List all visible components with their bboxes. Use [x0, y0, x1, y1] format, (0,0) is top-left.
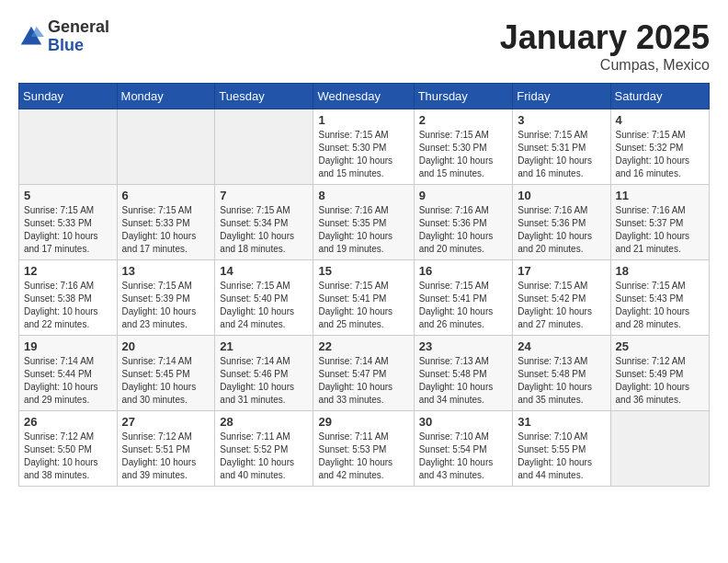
day-number: 17: [518, 264, 605, 278]
day-number: 9: [419, 189, 508, 202]
calendar-cell: [610, 411, 709, 487]
calendar-cell: 6Sunrise: 7:15 AM Sunset: 5:33 PM Daylig…: [117, 185, 215, 260]
day-info: Sunrise: 7:15 AM Sunset: 5:40 PM Dayligh…: [220, 280, 308, 331]
calendar-cell: 22Sunrise: 7:14 AM Sunset: 5:47 PM Dayli…: [313, 336, 414, 411]
day-info: Sunrise: 7:16 AM Sunset: 5:37 PM Dayligh…: [616, 204, 704, 256]
day-number: 1: [318, 113, 408, 127]
calendar-cell: 23Sunrise: 7:13 AM Sunset: 5:48 PM Dayli…: [414, 336, 513, 411]
calendar-cell: 18Sunrise: 7:15 AM Sunset: 5:43 PM Dayli…: [610, 260, 709, 336]
day-info: Sunrise: 7:15 AM Sunset: 5:32 PM Dayligh…: [616, 129, 704, 180]
day-info: Sunrise: 7:15 AM Sunset: 5:31 PM Dayligh…: [518, 129, 605, 180]
calendar-table: SundayMondayTuesdayWednesdayThursdayFrid…: [18, 83, 710, 487]
weekday-header-saturday: Saturday: [610, 84, 709, 109]
calendar-cell: 25Sunrise: 7:12 AM Sunset: 5:49 PM Dayli…: [610, 336, 709, 411]
day-number: 15: [318, 264, 408, 278]
day-number: 13: [122, 264, 210, 278]
calendar-cell: 24Sunrise: 7:13 AM Sunset: 5:48 PM Dayli…: [513, 336, 610, 411]
day-number: 6: [122, 189, 210, 202]
day-info: Sunrise: 7:16 AM Sunset: 5:38 PM Dayligh…: [24, 280, 112, 331]
day-info: Sunrise: 7:11 AM Sunset: 5:52 PM Dayligh…: [220, 431, 308, 482]
page-header: General Blue January 2025 Cumpas, Mexico: [18, 18, 710, 74]
day-number: 29: [318, 415, 408, 429]
day-info: Sunrise: 7:16 AM Sunset: 5:36 PM Dayligh…: [518, 204, 605, 256]
logo: General Blue: [18, 18, 109, 55]
day-number: 4: [616, 113, 704, 127]
calendar-cell: [19, 109, 118, 185]
calendar-cell: 12Sunrise: 7:16 AM Sunset: 5:38 PM Dayli…: [19, 260, 118, 336]
day-info: Sunrise: 7:15 AM Sunset: 5:30 PM Dayligh…: [318, 129, 408, 180]
day-info: Sunrise: 7:13 AM Sunset: 5:48 PM Dayligh…: [518, 355, 605, 407]
day-info: Sunrise: 7:14 AM Sunset: 5:45 PM Dayligh…: [122, 355, 210, 407]
calendar-cell: 1Sunrise: 7:15 AM Sunset: 5:30 PM Daylig…: [313, 109, 414, 185]
calendar-cell: 21Sunrise: 7:14 AM Sunset: 5:46 PM Dayli…: [215, 336, 313, 411]
day-info: Sunrise: 7:15 AM Sunset: 5:41 PM Dayligh…: [419, 280, 508, 331]
day-number: 12: [24, 264, 112, 278]
calendar-cell: 13Sunrise: 7:15 AM Sunset: 5:39 PM Dayli…: [117, 260, 215, 336]
day-info: Sunrise: 7:12 AM Sunset: 5:51 PM Dayligh…: [122, 431, 210, 482]
logo-general-text: General: [48, 17, 109, 36]
logo-icon: [18, 24, 44, 50]
day-number: 7: [220, 189, 308, 202]
day-info: Sunrise: 7:10 AM Sunset: 5:54 PM Dayligh…: [419, 431, 508, 482]
calendar-week-row: 12Sunrise: 7:16 AM Sunset: 5:38 PM Dayli…: [19, 260, 710, 336]
calendar-cell: 8Sunrise: 7:16 AM Sunset: 5:35 PM Daylig…: [313, 185, 414, 260]
calendar-week-row: 26Sunrise: 7:12 AM Sunset: 5:50 PM Dayli…: [19, 411, 710, 487]
calendar-cell: 28Sunrise: 7:11 AM Sunset: 5:52 PM Dayli…: [215, 411, 313, 487]
day-number: 22: [318, 339, 408, 353]
day-info: Sunrise: 7:14 AM Sunset: 5:44 PM Dayligh…: [24, 355, 112, 407]
calendar-cell: 5Sunrise: 7:15 AM Sunset: 5:33 PM Daylig…: [19, 185, 118, 260]
calendar-cell: 17Sunrise: 7:15 AM Sunset: 5:42 PM Dayli…: [513, 260, 610, 336]
calendar-cell: 26Sunrise: 7:12 AM Sunset: 5:50 PM Dayli…: [19, 411, 118, 487]
day-info: Sunrise: 7:15 AM Sunset: 5:41 PM Dayligh…: [318, 280, 408, 331]
day-info: Sunrise: 7:15 AM Sunset: 5:43 PM Dayligh…: [616, 280, 704, 331]
calendar-cell: 19Sunrise: 7:14 AM Sunset: 5:44 PM Dayli…: [19, 336, 118, 411]
day-number: 26: [24, 415, 112, 429]
weekday-header-thursday: Thursday: [414, 84, 513, 109]
day-number: 14: [220, 264, 308, 278]
calendar-cell: 4Sunrise: 7:15 AM Sunset: 5:32 PM Daylig…: [610, 109, 709, 185]
day-number: 3: [518, 113, 605, 127]
weekday-header-friday: Friday: [513, 84, 610, 109]
calendar-cell: 3Sunrise: 7:15 AM Sunset: 5:31 PM Daylig…: [513, 109, 610, 185]
day-number: 2: [419, 113, 508, 127]
calendar-cell: 2Sunrise: 7:15 AM Sunset: 5:30 PM Daylig…: [414, 109, 513, 185]
day-number: 28: [220, 415, 308, 429]
day-number: 16: [419, 264, 508, 278]
day-number: 21: [220, 339, 308, 353]
day-number: 8: [318, 189, 408, 202]
calendar-cell: [215, 109, 313, 185]
calendar-cell: 31Sunrise: 7:10 AM Sunset: 5:55 PM Dayli…: [513, 411, 610, 487]
calendar-cell: 27Sunrise: 7:12 AM Sunset: 5:51 PM Dayli…: [117, 411, 215, 487]
day-info: Sunrise: 7:12 AM Sunset: 5:50 PM Dayligh…: [24, 431, 112, 482]
calendar-title: January 2025: [500, 18, 710, 57]
day-number: 25: [616, 339, 704, 353]
title-block: January 2025 Cumpas, Mexico: [500, 18, 710, 74]
day-number: 19: [24, 339, 112, 353]
calendar-cell: [117, 109, 215, 185]
calendar-cell: 16Sunrise: 7:15 AM Sunset: 5:41 PM Dayli…: [414, 260, 513, 336]
day-info: Sunrise: 7:14 AM Sunset: 5:46 PM Dayligh…: [220, 355, 308, 407]
day-number: 30: [419, 415, 508, 429]
day-number: 20: [122, 339, 210, 353]
day-info: Sunrise: 7:11 AM Sunset: 5:53 PM Dayligh…: [318, 431, 408, 482]
day-info: Sunrise: 7:15 AM Sunset: 5:39 PM Dayligh…: [122, 280, 210, 331]
calendar-cell: 30Sunrise: 7:10 AM Sunset: 5:54 PM Dayli…: [414, 411, 513, 487]
day-info: Sunrise: 7:15 AM Sunset: 5:42 PM Dayligh…: [518, 280, 605, 331]
calendar-cell: 20Sunrise: 7:14 AM Sunset: 5:45 PM Dayli…: [117, 336, 215, 411]
calendar-subtitle: Cumpas, Mexico: [500, 57, 710, 74]
day-info: Sunrise: 7:15 AM Sunset: 5:33 PM Dayligh…: [24, 204, 112, 256]
weekday-header-row: SundayMondayTuesdayWednesdayThursdayFrid…: [19, 84, 710, 109]
calendar-week-row: 19Sunrise: 7:14 AM Sunset: 5:44 PM Dayli…: [19, 336, 710, 411]
day-number: 11: [616, 189, 704, 202]
day-number: 31: [518, 415, 605, 429]
calendar-cell: 29Sunrise: 7:11 AM Sunset: 5:53 PM Dayli…: [313, 411, 414, 487]
day-info: Sunrise: 7:15 AM Sunset: 5:30 PM Dayligh…: [419, 129, 508, 180]
day-info: Sunrise: 7:13 AM Sunset: 5:48 PM Dayligh…: [419, 355, 508, 407]
logo-blue-text: Blue: [48, 36, 84, 54]
calendar-week-row: 5Sunrise: 7:15 AM Sunset: 5:33 PM Daylig…: [19, 185, 710, 260]
day-info: Sunrise: 7:10 AM Sunset: 5:55 PM Dayligh…: [518, 431, 605, 482]
day-number: 5: [24, 189, 112, 202]
calendar-cell: 11Sunrise: 7:16 AM Sunset: 5:37 PM Dayli…: [610, 185, 709, 260]
weekday-header-monday: Monday: [117, 84, 215, 109]
weekday-header-sunday: Sunday: [19, 84, 118, 109]
